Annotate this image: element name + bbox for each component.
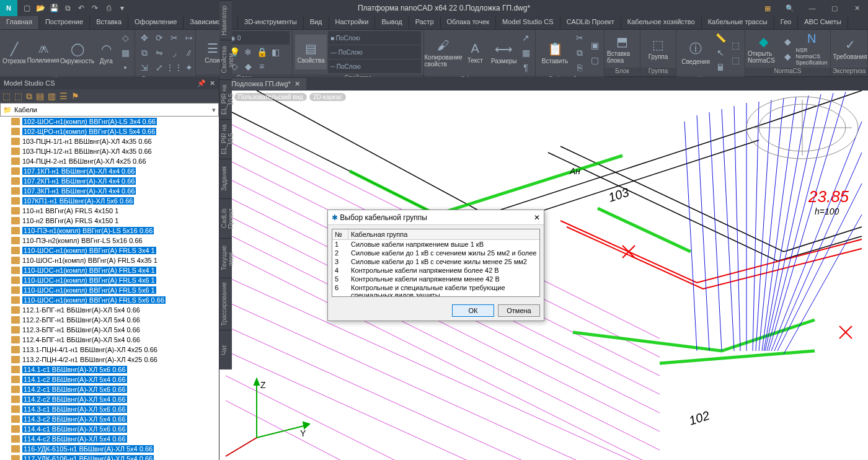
mtext-icon[interactable]: ¶ [519,61,533,74]
panel-close-icon[interactable]: ✕ [210,79,215,87]
ok-button[interactable]: ОК [452,304,494,317]
cable-item[interactable]: 110-ПЭ-н2(компл) ВВГнг-LS 5x16 0.66 [0,236,219,245]
cable-item[interactable]: 112.1-БПГ-н1 ВБШвнг(А)-ХЛ 5x4 0.66 [0,305,219,315]
ribbon-tab[interactable]: Кабельное хозяйство [621,16,702,29]
block-insert-button[interactable]: ⬒Вставка блока [607,32,637,66]
cable-item[interactable]: 114.2-с2 ВБШвнг(А)-ХЛ 5x4 0.66 [0,394,219,404]
cable-item[interactable]: 107КП1-н1 ВБШвнг(А)-ХЛ 5x6 0.66 [0,196,219,206]
help-icon[interactable]: ▦ [756,0,779,16]
cable-item[interactable]: 110-н1 ВВГнг(А) FRLS 4x150 1 [0,206,219,216]
cable-item[interactable]: 103-ПЦН-1/2-н1 ВБШвнг(А)-ХЛ 4x35 0.66 [0,146,219,156]
layer-lock-icon[interactable]: 🔒 [255,45,268,59]
layer-uniso-icon[interactable]: ◆ [241,60,255,73]
tb-icon[interactable]: ⧉ [26,91,32,102]
cable-item[interactable]: 114.2-с1 ВБШвнг(А)-ХЛ 5x6 0.66 [0,384,219,394]
polyline-button[interactable]: ⩕Полилиния [27,35,60,70]
u2-icon[interactable]: ⬚ [728,53,742,67]
line-button[interactable]: ╱Отрезок [2,35,26,70]
side-tab[interactable]: EL_PIR на 10.5 [219,79,232,119]
group-button[interactable]: ⬚Группа [643,32,673,66]
properties-button[interactable]: ▤Свойства [295,35,327,69]
ribbon-tab[interactable]: Растр [409,16,441,29]
matchprop-button[interactable]: 🖌Копирование свойств [427,35,460,70]
ribbon-tab[interactable]: Оформление [128,16,184,29]
ribbon-tab[interactable]: Вывод [375,16,409,29]
view-badge[interactable]: Пользовательский вид [234,93,307,101]
cable-item[interactable]: 107.2КП-н1 ВБШвнг(А)-ХЛ 4x4 0.66 [0,176,219,186]
cable-item[interactable]: 116-УДК-6105-н1 ВБШвнг(А)-ХЛ 5x4 0.66 [0,444,219,454]
list-row[interactable]: 2Силовые кабели до 1 кВ с сечением жилы … [332,249,539,257]
pin-icon[interactable]: 📌 [197,79,206,87]
measure-icon[interactable]: 📏 [714,31,727,45]
u1-icon[interactable]: ⬚ [728,38,742,52]
cable-item[interactable]: 114.4-с1 ВБШвнг(А)-ХЛ 5x6 0.66 [0,424,219,434]
dropdown-icon[interactable]: ▾ [212,106,216,114]
cable-item[interactable]: 110-ШОС-н1(компл) ВВГнг(А) FRLS 4x4 1 [0,265,219,275]
cable-item[interactable]: 114.4-с2 ВБШвнг(А)-ХЛ 5x4 0.66 [0,434,219,444]
cable-group-list[interactable]: № Кабельная группа 1Силовые кабели напря… [332,229,540,297]
cable-item[interactable]: 110-ШОС-н1(компл) ВВГнг(А) FRLS 4x35 1 [0,255,219,265]
cable-item[interactable]: 107.3КП-н1 ВБШвнг(А)-ХЛ 4x4 0.66 [0,186,219,196]
cable-item[interactable]: 114.3-с2 ВБШвнг(А)-ХЛ 5x4 0.66 [0,414,219,424]
scale-icon[interactable]: ⤢ [153,61,166,74]
cable-item[interactable]: 110-ШОС-н1(компл) ВВГнг(А) FRLS 5x6 1 [0,285,219,295]
hatch-icon[interactable]: ▦ [118,46,132,60]
norma2-icon[interactable]: ◆ [781,50,795,63]
cable-item[interactable]: 112.3-БПГ-н1 ВБШвнг(А)-ХЛ 5x4 0.66 [0,325,219,335]
list-row[interactable]: 4Контрольные кабели напряжением более 42… [332,266,539,275]
cable-item[interactable]: 114.1-с2 ВБШвнг(А)-ХЛ 5x4 0.66 [0,374,219,384]
view-badge[interactable]: 2D-каркас [309,93,346,101]
new-icon[interactable]: ▢ [21,2,32,14]
cable-item[interactable]: 107.1КП-н1 ВБШвнг(А)-ХЛ 4x4 0.66 [0,166,219,176]
circle-button[interactable]: ◯Окружность [61,35,94,70]
tb-icon[interactable]: ▤ [36,91,44,101]
cable-tree[interactable]: 102-ШОС-н1(компл) ВВГнг(А)-LS 3x4 0.6610… [0,117,219,460]
side-tab[interactable]: CadLib Проект [219,198,232,238]
copy-icon[interactable]: ⧉ [138,46,151,60]
side-tab[interactable]: Трассирование [219,278,232,330]
tb-icon[interactable]: ⬚ [2,91,11,101]
cable-item[interactable]: 110-ШОС-н1(компл) ВВГнг(А) FRLS 5x6 0.66 [0,295,219,305]
normacs-open-button[interactable]: ◆Открыть NormaCS [748,32,780,66]
search-icon[interactable]: 🔍 [779,0,801,16]
tree-root[interactable]: 📁 Кабели ▾ [0,103,219,117]
select-icon[interactable]: ↖ [714,46,727,60]
dialog-titlebar[interactable]: ✱ Выбор кабельной группы ✕ [328,210,544,225]
rotate-icon[interactable]: ⟳ [153,31,166,45]
info-button[interactable]: ⓘСведения [679,35,712,70]
ribbon-tab[interactable]: Главная [0,16,39,29]
side-tab[interactable]: Задания [219,159,232,198]
list-row[interactable]: 5Контрольные кабели напряжением менее 42… [332,275,539,283]
side-tab[interactable]: Навигатор [219,0,232,40]
shape-icon[interactable]: ◇ [118,31,132,45]
cable-item[interactable]: 114.3-с1 ВБШвнг(А)-ХЛ 5x6 0.66 [0,404,219,414]
ribbon-tab[interactable]: Гео [774,16,798,29]
move-icon[interactable]: ✥ [138,31,151,45]
ribbon-tab[interactable]: Model Studio CS [496,16,560,29]
redo-icon[interactable]: ↷ [89,2,100,14]
fillet-icon[interactable]: ◞ [167,46,181,60]
document-tab[interactable]: 0.Подложка ГП.dwg* ✕ [219,78,306,90]
cable-item[interactable]: 110-ШОС-н1(компл) ВВГнг(А) FRLS 4x6 1 [0,275,219,285]
cut-icon[interactable]: ✂ [573,31,587,45]
offset-icon[interactable]: ⫽ [182,46,196,60]
layer-match-icon[interactable]: ≡ [255,60,268,73]
mirror-icon[interactable]: ⇋ [153,46,166,60]
open-icon[interactable]: 📂 [35,2,46,14]
tb-icon[interactable]: ☰ [60,91,68,101]
side-tab[interactable]: Текущие пере. [219,238,232,278]
cancel-button[interactable]: Отмена [498,304,540,317]
paste-button[interactable]: 📋Вставить [538,35,572,70]
cable-item[interactable]: 102-ШОС-н1(компл) ВВГнг(А)-LS 3x4 0.66 [0,117,219,126]
layer-color-icon[interactable]: ◧ [268,45,282,59]
ribbon-tab[interactable]: Облака точек [441,16,497,29]
requirements-button[interactable]: ✓Требования [833,32,867,66]
color-combo[interactable]: ■ ПоСлою [328,31,421,45]
cable-item[interactable]: 102-ЩРО-н1(компл) ВВГнг(А)-LS 5x4 0.66 [0,126,219,136]
leader-icon[interactable]: ↗ [519,31,533,45]
dialog-close-icon[interactable]: ✕ [534,213,540,222]
calc-icon[interactable]: 🖩 [714,61,727,74]
cable-item[interactable]: 112.2-БПГ-н1 ВБШвнг(А)-ХЛ 5x4 0.66 [0,315,219,325]
minimize-icon[interactable]: — [801,0,823,16]
ribbon-tab[interactable]: Вид [304,16,329,29]
